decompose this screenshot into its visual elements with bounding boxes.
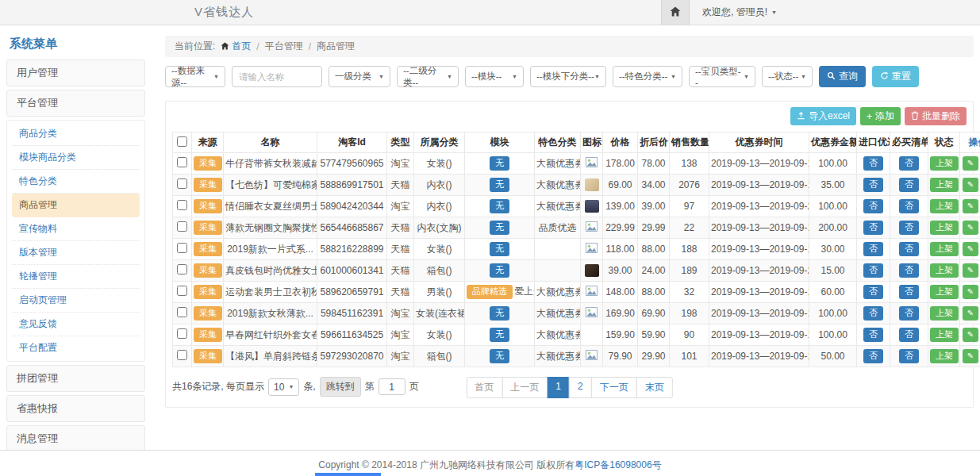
module-select[interactable]: --模块--▼ bbox=[465, 66, 524, 87]
edit-button[interactable]: ✎ bbox=[963, 328, 978, 342]
add-button[interactable]: + 添加 bbox=[860, 107, 901, 125]
sidebar-item-promo-material[interactable]: 宣传物料 bbox=[12, 217, 140, 241]
import-choice-badge[interactable]: 否 bbox=[863, 349, 883, 363]
row-checkbox[interactable] bbox=[177, 221, 187, 232]
page-1-button[interactable]: 1 bbox=[547, 377, 570, 398]
status-badge[interactable]: 上架 bbox=[930, 221, 959, 235]
edit-button[interactable]: ✎ bbox=[963, 306, 978, 321]
status-badge[interactable]: 上架 bbox=[930, 199, 959, 213]
row-checkbox[interactable] bbox=[177, 307, 187, 317]
module-sub-category-select[interactable]: --模块下分类--▼ bbox=[530, 66, 606, 87]
sidebar-item-user-manage[interactable]: 用户管理 bbox=[6, 60, 145, 86]
row-checkbox[interactable] bbox=[177, 200, 187, 210]
edit-button[interactable]: ✎ bbox=[963, 178, 978, 192]
cell-price: 178.00 bbox=[603, 153, 638, 175]
sidebar-item-carousel-manage[interactable]: 轮播管理 bbox=[12, 265, 140, 289]
sidebar-item-saving-express[interactable]: 省惠快报 bbox=[6, 395, 145, 422]
row-checkbox[interactable] bbox=[177, 328, 187, 339]
home-button[interactable] bbox=[661, 0, 690, 25]
edit-button[interactable]: ✎ bbox=[963, 263, 978, 278]
must-buy-badge[interactable]: 否 bbox=[899, 199, 919, 213]
must-buy-badge[interactable]: 否 bbox=[899, 156, 919, 171]
status-badge[interactable]: 上架 bbox=[930, 306, 959, 321]
import-choice-badge[interactable]: 否 bbox=[863, 285, 883, 299]
import-choice-badge[interactable]: 否 bbox=[863, 328, 883, 342]
page-next-button[interactable]: 下一页 bbox=[591, 377, 637, 398]
page-prev-button[interactable]: 上一页 bbox=[502, 377, 548, 398]
must-buy-badge[interactable]: 否 bbox=[899, 328, 919, 342]
import-choice-badge[interactable]: 否 bbox=[863, 306, 883, 321]
icp-link[interactable]: 粤ICP备16098006号 bbox=[575, 459, 661, 470]
row-checkbox[interactable] bbox=[177, 264, 187, 274]
sidebar-item-special-category[interactable]: 特色分类 bbox=[12, 170, 140, 194]
page-last-button[interactable]: 末页 bbox=[636, 377, 673, 398]
sidebar-item-platform-config[interactable]: 平台配置 bbox=[12, 336, 140, 359]
status-badge[interactable]: 上架 bbox=[930, 242, 959, 256]
product-thumbnail bbox=[585, 178, 599, 191]
edit-button[interactable]: ✎ bbox=[963, 349, 978, 363]
cell-select bbox=[173, 346, 192, 367]
status-badge[interactable]: 上架 bbox=[930, 349, 959, 363]
sidebar-item-message-manage[interactable]: 消息管理 bbox=[6, 425, 145, 450]
must-buy-badge[interactable]: 否 bbox=[899, 221, 919, 235]
row-checkbox[interactable] bbox=[177, 178, 187, 189]
import-choice-badge[interactable]: 否 bbox=[863, 263, 883, 278]
must-buy-badge[interactable]: 否 bbox=[899, 263, 919, 278]
sidebar-item-version-manage[interactable]: 版本管理 bbox=[12, 241, 140, 265]
user-menu[interactable]: 欢迎您, 管理员! ▼ bbox=[690, 6, 790, 19]
must-buy-badge[interactable]: 否 bbox=[899, 178, 919, 192]
page-first-button[interactable]: 首页 bbox=[466, 377, 502, 398]
cell-discount-price: 88.00 bbox=[638, 239, 670, 260]
sidebar-item-module-goods-category[interactable]: 模块商品分类 bbox=[12, 146, 140, 170]
row-checkbox[interactable] bbox=[177, 286, 187, 296]
page-2-button[interactable]: 2 bbox=[569, 377, 592, 398]
must-buy-badge[interactable]: 否 bbox=[899, 285, 919, 299]
cell-source: 采集 bbox=[192, 175, 224, 196]
cell-price: 79.90 bbox=[603, 346, 638, 367]
must-buy-badge[interactable]: 否 bbox=[899, 349, 919, 363]
edit-button[interactable]: ✎ bbox=[963, 242, 978, 256]
import-choice-badge[interactable]: 否 bbox=[863, 221, 883, 235]
per-page-select[interactable]: 10 ▼ bbox=[268, 378, 299, 396]
import-choice-badge[interactable]: 否 bbox=[863, 242, 883, 256]
import-choice-badge[interactable]: 否 bbox=[863, 156, 883, 171]
edit-button[interactable]: ✎ bbox=[963, 285, 978, 299]
cell-icon bbox=[581, 153, 603, 175]
level1-category-select[interactable]: 一级分类▼ bbox=[329, 66, 390, 87]
search-button[interactable]: 查询 bbox=[819, 66, 866, 87]
data-source-select[interactable]: --数据来源--▼ bbox=[165, 66, 225, 87]
edit-button[interactable]: ✎ bbox=[963, 156, 978, 171]
import-excel-button[interactable]: 导入excel bbox=[790, 107, 856, 125]
must-buy-badge[interactable]: 否 bbox=[899, 306, 919, 321]
select-all-checkbox[interactable] bbox=[177, 136, 187, 147]
sidebar-item-groupbuy-manage[interactable]: 拼团管理 bbox=[6, 365, 145, 392]
row-checkbox[interactable] bbox=[177, 350, 187, 360]
import-choice-badge[interactable]: 否 bbox=[863, 199, 883, 213]
special-category-select[interactable]: --特色分类--▼ bbox=[613, 66, 682, 87]
status-badge[interactable]: 上架 bbox=[930, 156, 959, 171]
sidebar-item-goods-manage[interactable]: 商品管理 bbox=[12, 194, 140, 217]
jump-button[interactable]: 跳转到 bbox=[320, 377, 361, 397]
status-badge[interactable]: 上架 bbox=[930, 178, 959, 192]
sidebar-item-feedback[interactable]: 意见反馈 bbox=[12, 313, 140, 336]
name-search-input[interactable] bbox=[232, 66, 322, 87]
sidebar-item-splash-manage[interactable]: 启动页管理 bbox=[12, 289, 140, 313]
edit-button[interactable]: ✎ bbox=[963, 199, 978, 213]
item-type-select[interactable]: --宝贝类型--▼ bbox=[689, 66, 755, 87]
sidebar-item-platform-manage[interactable]: 平台管理 bbox=[6, 90, 145, 117]
sidebar-item-goods-category[interactable]: 商品分类 bbox=[12, 122, 140, 146]
status-select[interactable]: --状态--▼ bbox=[762, 66, 813, 87]
status-badge[interactable]: 上架 bbox=[930, 263, 959, 278]
status-badge[interactable]: 上架 bbox=[930, 285, 959, 299]
level2-category-select[interactable]: --二级分类--▼ bbox=[397, 66, 459, 87]
must-buy-badge[interactable]: 否 bbox=[899, 242, 919, 256]
jump-page-input[interactable] bbox=[379, 378, 405, 395]
row-checkbox[interactable] bbox=[177, 157, 187, 167]
reset-button[interactable]: 重置 bbox=[872, 66, 919, 87]
status-badge[interactable]: 上架 bbox=[930, 328, 959, 342]
breadcrumb-home-link[interactable]: 首页 bbox=[221, 40, 251, 53]
row-checkbox[interactable] bbox=[177, 243, 187, 253]
batch-delete-button[interactable]: 批量删除 bbox=[905, 107, 967, 125]
edit-button[interactable]: ✎ bbox=[963, 221, 978, 235]
import-choice-badge[interactable]: 否 bbox=[863, 178, 883, 192]
